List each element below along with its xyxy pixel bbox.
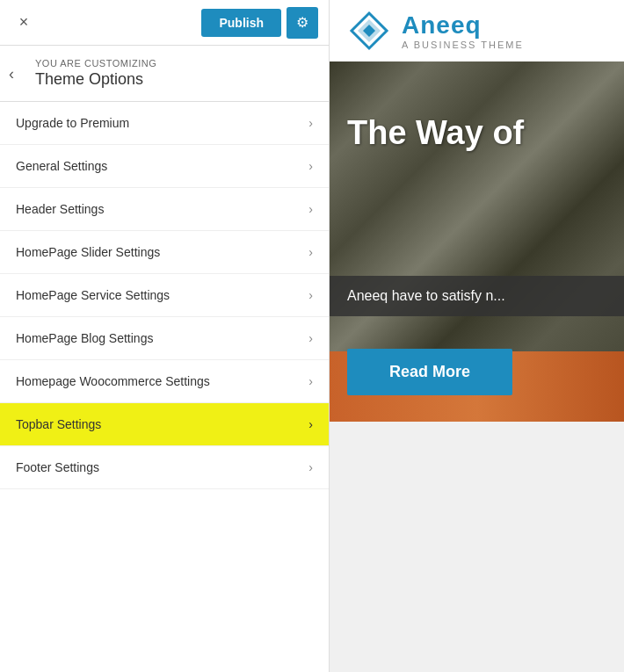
menu-item-topbar[interactable]: Topbar Settings› [0,403,329,446]
chevron-right-icon: › [308,202,313,216]
menu-item-footer[interactable]: Footer Settings› [0,446,329,489]
chevron-right-icon: › [308,159,313,173]
back-icon: ‹ [9,64,14,83]
menu-item-label: HomePage Slider Settings [16,245,160,259]
menu-item-homepage-blog[interactable]: HomePage Blog Settings› [0,317,329,360]
customizing-label: You are customizing [35,58,315,69]
back-button[interactable]: ‹ [9,64,14,83]
menu-item-label: Footer Settings [16,460,99,474]
logo-icon [347,9,391,53]
logo-text: Aneeq A Business Theme [402,11,524,50]
menu-item-label: General Settings [16,159,107,173]
logo-tagline: A Business Theme [402,40,524,50]
menu-item-general[interactable]: General Settings› [0,145,329,188]
publish-button[interactable]: Publish [201,9,281,37]
chevron-right-icon: › [308,460,313,474]
gear-button[interactable]: ⚙ [287,7,318,39]
close-button[interactable]: × [11,10,37,36]
top-bar: × Publish ⚙ [0,0,329,46]
menu-item-homepage-woo[interactable]: Homepage Woocommerce Settings› [0,360,329,403]
hero-subtitle: Aneeq have to satisfy n... [330,276,624,316]
chevron-right-icon: › [308,417,313,431]
customizing-header: ‹ You are customizing Theme Options [0,46,329,102]
chevron-right-icon: › [308,288,313,302]
hero-area: The Way of Aneeq have to satisfy n... Re… [330,61,624,422]
menu-list: Upgrade to Premium›General Settings›Head… [0,102,329,672]
menu-item-label: HomePage Service Settings [16,288,170,302]
publish-area: Publish ⚙ [201,7,318,39]
theme-options-title: Theme Options [35,70,315,89]
menu-item-label: HomePage Blog Settings [16,331,153,345]
hero-title: The Way of [347,114,524,152]
chevron-right-icon: › [308,331,313,345]
menu-item-label: Homepage Woocommerce Settings [16,374,210,388]
chevron-right-icon: › [308,116,313,130]
logo-name: Aneeq [402,11,524,40]
menu-item-label: Upgrade to Premium [16,116,129,130]
gear-icon: ⚙ [296,14,308,31]
chevron-right-icon: › [308,374,313,388]
menu-item-label: Header Settings [16,202,104,216]
right-panel: Aneeq A Business Theme The Way of Aneeq … [330,0,624,672]
menu-item-label: Topbar Settings [16,417,101,431]
chevron-right-icon: › [308,245,313,259]
left-panel: × Publish ⚙ ‹ You are customizing Theme … [0,0,330,672]
preview-logo: Aneeq A Business Theme [330,0,624,61]
menu-item-upgrade[interactable]: Upgrade to Premium› [0,102,329,145]
menu-item-homepage-slider[interactable]: HomePage Slider Settings› [0,231,329,274]
read-more-button[interactable]: Read More [347,349,512,395]
menu-item-homepage-service[interactable]: HomePage Service Settings› [0,274,329,317]
menu-item-header[interactable]: Header Settings› [0,188,329,231]
